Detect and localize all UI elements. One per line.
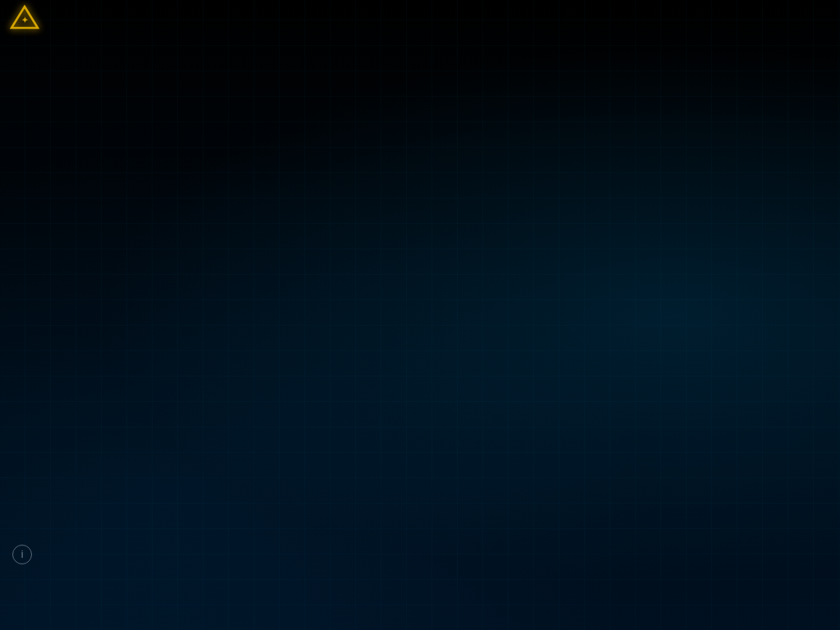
info-icon[interactable]: i [12, 545, 32, 564]
asus-logo: ✦ [8, 3, 41, 32]
svg-text:✦: ✦ [21, 16, 29, 25]
